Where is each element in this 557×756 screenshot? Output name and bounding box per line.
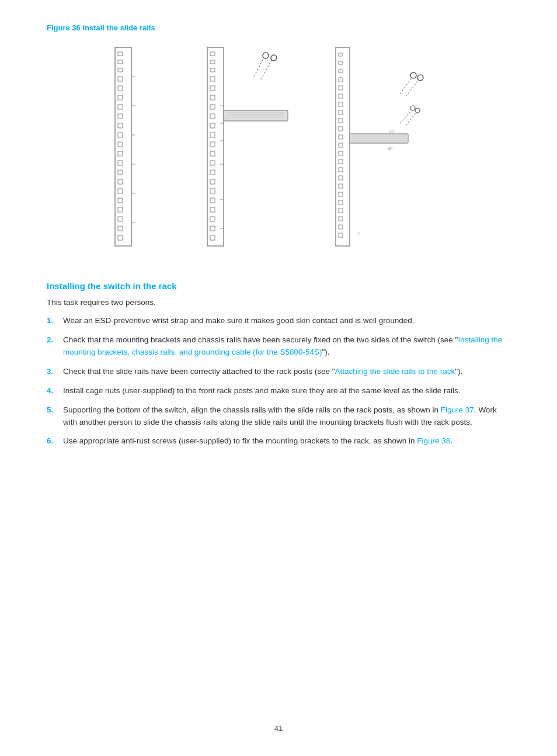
svg-rect-37 xyxy=(210,123,215,128)
figure-area: (0) (0) x xyxy=(47,41,510,258)
svg-rect-85 xyxy=(339,217,343,221)
svg-line-92 xyxy=(400,78,412,94)
svg-rect-32 xyxy=(210,77,215,81)
figure-caption: Figure 36 Install the slide rails xyxy=(47,23,510,32)
svg-rect-82 xyxy=(339,192,343,196)
svg-rect-45 xyxy=(210,198,215,203)
svg-point-56 xyxy=(263,53,269,58)
svg-rect-39 xyxy=(210,142,215,147)
svg-text:(0): (0) xyxy=(389,129,394,133)
svg-rect-84 xyxy=(339,209,343,213)
figure-left-rail xyxy=(109,47,144,246)
svg-rect-6 xyxy=(118,95,123,100)
svg-rect-71 xyxy=(339,102,343,106)
step-number-5: 5. xyxy=(47,404,63,417)
svg-text:(0): (0) xyxy=(388,147,392,150)
svg-rect-2 xyxy=(118,60,123,64)
list-item: 3. Check that the slide rails have been … xyxy=(47,366,510,378)
svg-rect-20 xyxy=(118,226,123,231)
step-number-4: 4. xyxy=(47,385,63,397)
svg-rect-76 xyxy=(339,143,343,147)
svg-rect-67 xyxy=(339,70,343,72)
svg-rect-9 xyxy=(118,123,123,128)
svg-rect-28 xyxy=(207,47,224,246)
svg-line-96 xyxy=(400,110,412,123)
svg-rect-69 xyxy=(339,86,343,90)
svg-rect-30 xyxy=(210,60,215,64)
svg-rect-42 xyxy=(210,170,215,175)
svg-rect-8 xyxy=(118,114,123,119)
steps-list: 1. Wear an ESD-preventive wrist strap an… xyxy=(47,315,510,448)
list-item: 2. Check that the mounting brackets and … xyxy=(47,334,510,359)
svg-rect-48 xyxy=(210,226,215,231)
link-mounting-brackets[interactable]: Installing the mounting brackets, chassi… xyxy=(63,335,502,356)
svg-rect-16 xyxy=(118,189,123,193)
svg-rect-36 xyxy=(210,114,215,119)
list-item: 5. Supporting the bottom of the switch, … xyxy=(47,404,510,429)
svg-rect-21 xyxy=(118,235,123,240)
svg-rect-49 xyxy=(210,235,215,240)
svg-rect-78 xyxy=(339,159,343,164)
step-content-5: Supporting the bottom of the switch, ali… xyxy=(63,404,510,429)
svg-rect-35 xyxy=(210,105,215,109)
svg-line-97 xyxy=(406,113,416,126)
svg-rect-87 xyxy=(339,233,343,237)
svg-rect-41 xyxy=(210,161,215,165)
svg-rect-86 xyxy=(339,225,343,229)
svg-point-57 xyxy=(271,55,277,61)
step-content-4: Install cage nuts (user-supplied) to the… xyxy=(63,385,510,397)
page-number: 41 xyxy=(0,724,557,733)
svg-point-99 xyxy=(415,108,420,113)
svg-rect-65 xyxy=(339,53,343,56)
svg-rect-50 xyxy=(224,110,288,121)
svg-rect-43 xyxy=(210,179,215,184)
step-number-6: 6. xyxy=(47,435,63,448)
svg-rect-12 xyxy=(118,151,123,156)
svg-rect-66 xyxy=(339,61,343,64)
step-content-1: Wear an ESD-preventive wrist strap and m… xyxy=(63,315,510,327)
link-slide-rails[interactable]: Attaching the slide rails to the rack xyxy=(335,367,455,376)
svg-rect-14 xyxy=(118,170,123,175)
list-item: 4. Install cage nuts (user-supplied) to … xyxy=(47,385,510,397)
svg-rect-31 xyxy=(210,68,215,72)
svg-rect-3 xyxy=(118,68,123,72)
link-figure38[interactable]: Figure 38 xyxy=(417,436,450,445)
svg-line-55 xyxy=(261,60,271,79)
svg-rect-47 xyxy=(210,217,215,221)
svg-rect-7 xyxy=(118,105,123,109)
svg-text:x: x xyxy=(358,231,360,235)
svg-rect-1 xyxy=(118,52,123,56)
svg-rect-75 xyxy=(339,135,343,139)
svg-rect-11 xyxy=(118,142,123,147)
svg-rect-15 xyxy=(118,179,123,184)
svg-rect-18 xyxy=(118,207,123,212)
list-item: 1. Wear an ESD-preventive wrist strap an… xyxy=(47,315,510,327)
svg-rect-5 xyxy=(118,86,123,91)
svg-point-94 xyxy=(410,72,416,78)
svg-rect-80 xyxy=(339,176,343,180)
svg-rect-0 xyxy=(115,47,131,246)
svg-rect-13 xyxy=(118,161,123,165)
svg-rect-44 xyxy=(210,189,215,193)
step-number-1: 1. xyxy=(47,315,63,327)
svg-rect-40 xyxy=(210,151,215,156)
svg-rect-72 xyxy=(339,110,343,115)
svg-rect-33 xyxy=(210,86,215,91)
figure-middle-rail xyxy=(168,47,296,246)
svg-point-95 xyxy=(417,75,423,81)
svg-point-98 xyxy=(410,106,415,110)
svg-line-54 xyxy=(254,58,264,77)
svg-rect-81 xyxy=(339,184,343,188)
page: Figure 36 Install the slide rails xyxy=(0,0,557,756)
svg-rect-34 xyxy=(210,95,215,100)
svg-rect-79 xyxy=(339,168,343,172)
svg-line-93 xyxy=(406,80,419,96)
svg-rect-77 xyxy=(339,151,343,155)
link-figure37[interactable]: Figure 37 xyxy=(441,405,474,414)
svg-rect-83 xyxy=(339,200,343,204)
figure-right-rail: (0) (0) x xyxy=(319,47,448,246)
section-heading: Installing the switch in the rack xyxy=(47,281,510,291)
svg-rect-19 xyxy=(118,217,123,221)
svg-rect-73 xyxy=(339,119,343,123)
svg-rect-74 xyxy=(339,127,343,131)
